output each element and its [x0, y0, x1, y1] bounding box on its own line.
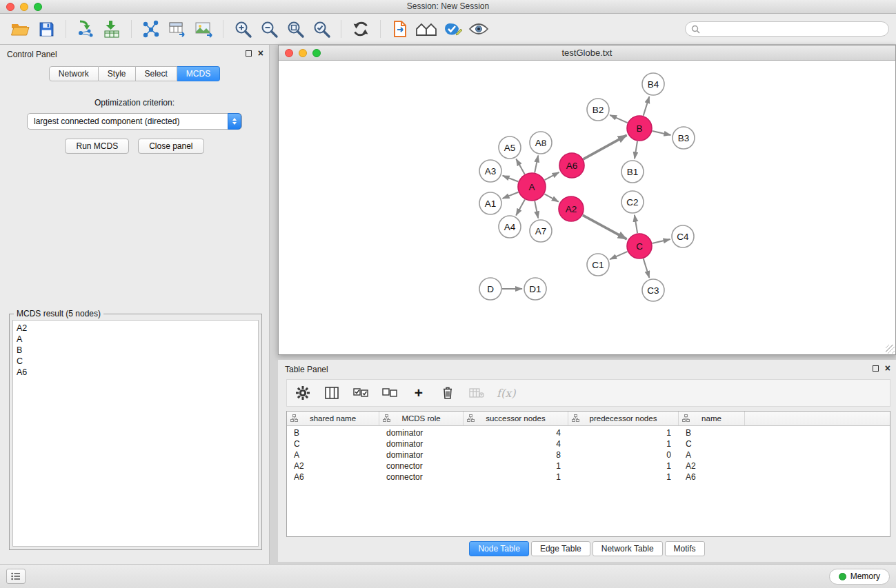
table-settings-button[interactable]	[294, 383, 312, 403]
network-node-C4[interactable]: C4	[672, 225, 694, 247]
network-node-D1[interactable]: D1	[524, 278, 546, 300]
network-node-A7[interactable]: A7	[530, 220, 552, 242]
fullscreen-window-button[interactable]	[34, 3, 42, 11]
network-node-C2[interactable]: C2	[621, 191, 644, 213]
network-node-A3[interactable]: A3	[479, 160, 501, 182]
network-window-titlebar[interactable]: testGlobe.txt	[279, 45, 895, 61]
result-item[interactable]: A2	[17, 323, 258, 334]
zoom-out-button[interactable]	[256, 17, 282, 41]
toolbar-search[interactable]	[685, 21, 889, 37]
zoom-network-window-button[interactable]	[312, 49, 321, 57]
network-node-C[interactable]: C	[627, 234, 652, 258]
new-network-button[interactable]	[138, 17, 164, 41]
import-network-from-file-button[interactable]	[72, 17, 99, 41]
edge-A-A4[interactable]	[516, 199, 525, 215]
network-node-B4[interactable]: B4	[642, 73, 664, 95]
zoom-in-button[interactable]	[230, 17, 256, 41]
show-columns-button[interactable]	[323, 383, 341, 403]
table-row[interactable]: A6connector11A6	[287, 472, 890, 483]
edge-A-A5[interactable]	[516, 159, 524, 174]
table-row[interactable]: Cdominator41C	[287, 438, 890, 449]
export-image-button[interactable]	[190, 17, 217, 41]
close-panel-button[interactable]: Close panel	[138, 139, 203, 154]
add-column-button[interactable]: +	[410, 383, 428, 403]
edge-A-A6[interactable]	[545, 172, 559, 180]
network-node-B1[interactable]: B1	[621, 161, 644, 183]
edge-C-C2[interactable]	[635, 215, 637, 233]
network-node-C3[interactable]: C3	[642, 279, 664, 301]
network-node-B[interactable]: B	[627, 116, 652, 141]
network-node-A4[interactable]: A4	[499, 216, 521, 238]
minimize-window-button[interactable]	[20, 3, 28, 11]
new-table-button[interactable]	[164, 17, 190, 41]
apply-style-button[interactable]	[439, 17, 466, 41]
tab-select[interactable]: Select	[136, 66, 177, 81]
tab-node-table[interactable]: Node Table	[469, 541, 529, 556]
edge-A-A2[interactable]	[544, 194, 558, 201]
edge-B-B1[interactable]	[635, 141, 637, 159]
import-file-button[interactable]	[387, 17, 413, 41]
save-session-button[interactable]	[33, 17, 59, 41]
tab-network-table[interactable]: Network Table	[593, 541, 663, 556]
memory-button[interactable]: Memory	[829, 569, 890, 585]
tab-network[interactable]: Network	[49, 66, 99, 81]
tab-mcds[interactable]: MCDS	[177, 66, 220, 81]
network-node-C1[interactable]: C1	[587, 254, 609, 276]
column-header-shared-name[interactable]: shared name	[287, 412, 379, 425]
result-item[interactable]: C	[17, 356, 258, 367]
network-node-A8[interactable]: A8	[530, 132, 552, 154]
edge-B-B4[interactable]	[644, 97, 650, 116]
criterion-select[interactable]: largest connected component (directed)	[27, 113, 242, 130]
edge-C-C4[interactable]	[653, 239, 670, 243]
edge-C-C1[interactable]	[610, 252, 627, 259]
select-all-button[interactable]	[352, 383, 370, 403]
result-item[interactable]: A	[17, 334, 258, 345]
edge-B-B3[interactable]	[653, 131, 671, 135]
network-node-D[interactable]: D	[479, 278, 501, 300]
network-node-A1[interactable]: A1	[479, 192, 501, 214]
edge-A6-B[interactable]	[584, 135, 627, 159]
mcds-result-list[interactable]: A2ABCA6	[12, 320, 259, 547]
tab-edge-table[interactable]: Edge Table	[531, 541, 590, 556]
home-button[interactable]	[413, 17, 439, 41]
network-node-A5[interactable]: A5	[499, 136, 521, 159]
edge-A2-C[interactable]	[583, 215, 627, 239]
task-history-button[interactable]	[6, 569, 26, 584]
close-panel-icon[interactable]: ×	[258, 50, 263, 57]
edge-B-B2[interactable]	[610, 115, 627, 123]
network-node-B3[interactable]: B3	[673, 127, 695, 149]
minimize-network-window-button[interactable]	[299, 49, 307, 57]
deselect-all-button[interactable]	[381, 383, 399, 403]
refresh-view-button[interactable]	[348, 17, 374, 41]
column-header-MCDS-role[interactable]: MCDS role	[379, 412, 464, 425]
table-row[interactable]: Bdominator41B	[287, 427, 890, 438]
network-node-B2[interactable]: B2	[587, 99, 609, 121]
network-node-A2[interactable]: A2	[559, 196, 584, 221]
window-resize-grip[interactable]	[886, 345, 895, 354]
column-header-successor-nodes[interactable]: successor nodes	[464, 412, 568, 425]
delete-column-button[interactable]	[439, 383, 457, 403]
column-header-predecessor-nodes[interactable]: predecessor nodes	[568, 412, 679, 425]
zoom-fit-content-button[interactable]	[282, 17, 308, 41]
close-window-button[interactable]	[6, 3, 14, 11]
network-node-A[interactable]: A	[518, 173, 546, 201]
tab-style[interactable]: Style	[99, 66, 136, 81]
column-header-name[interactable]: name	[679, 412, 745, 425]
table-row[interactable]: A2connector11A2	[287, 460, 890, 472]
edge-A-A3[interactable]	[503, 176, 519, 182]
open-session-button[interactable]	[7, 17, 33, 41]
float-table-panel-icon[interactable]	[873, 365, 879, 372]
edge-C-C3[interactable]	[644, 258, 650, 278]
edge-A-A8[interactable]	[535, 156, 538, 173]
result-item[interactable]: B	[17, 345, 258, 356]
edge-A-A7[interactable]	[535, 201, 538, 219]
tab-motifs[interactable]: Motifs	[665, 541, 705, 556]
table-row[interactable]: Adominator80A	[287, 449, 890, 460]
import-table-from-file-button[interactable]	[99, 17, 125, 41]
zoom-selected-button[interactable]	[308, 17, 335, 41]
float-panel-icon[interactable]	[246, 50, 252, 57]
result-item[interactable]: A6	[17, 367, 258, 378]
network-canvas[interactable]: B4B2BB3A8A5A6A3B1AC2A1A2A4A7C4CC1DD1C3	[279, 61, 895, 354]
close-table-panel-icon[interactable]: ×	[885, 365, 890, 372]
run-mcds-button[interactable]: Run MCDS	[65, 139, 129, 154]
